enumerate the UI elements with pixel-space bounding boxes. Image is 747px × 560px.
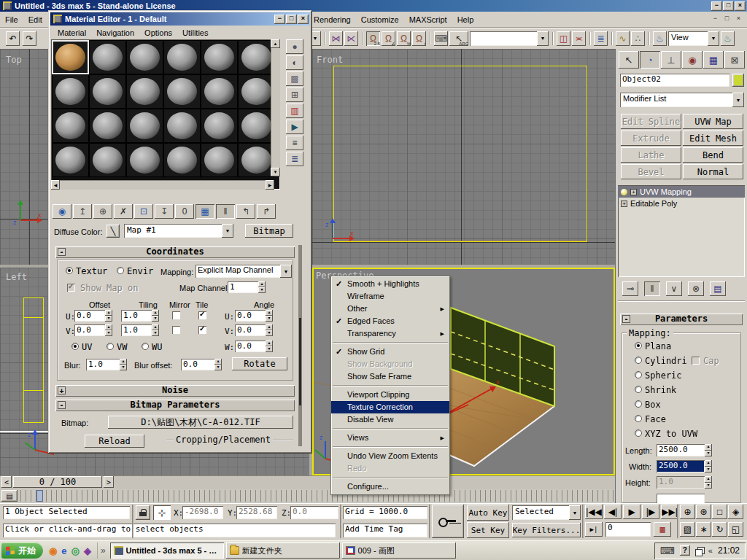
menu-navigation[interactable]: Navigation bbox=[91, 26, 139, 39]
layer-manager-icon[interactable]: ≣ bbox=[594, 31, 608, 46]
absolute-mode-transform-icon[interactable]: ⊹ bbox=[153, 505, 171, 520]
tab-motion[interactable]: ◉ bbox=[682, 51, 703, 69]
collapse-tray-icon[interactable]: « bbox=[708, 546, 713, 555]
set-keys-button[interactable] bbox=[432, 505, 464, 538]
zoom-icon[interactable]: ⊕ bbox=[680, 505, 695, 519]
mapping-radio-plana[interactable] bbox=[635, 342, 642, 349]
spinner[interactable]: ▴▾ bbox=[705, 476, 712, 489]
viewport-label-left[interactable]: Left bbox=[6, 272, 27, 282]
set-key-button[interactable]: Set Key bbox=[467, 522, 509, 538]
bitmap-parameters-rollout-header[interactable]: - Bitmap Parameters bbox=[55, 400, 295, 411]
collapse-icon[interactable]: - bbox=[58, 248, 66, 256]
expand-icon[interactable]: + bbox=[630, 189, 637, 195]
make-preview-icon[interactable]: ▶ bbox=[286, 120, 303, 134]
menu-help[interactable]: Help bbox=[452, 13, 479, 26]
tiling-v-value[interactable]: 1.0 bbox=[121, 324, 152, 336]
put-to-scene-icon[interactable]: ↥ bbox=[73, 204, 92, 219]
tab-hierarchy[interactable]: ⊥ bbox=[661, 51, 681, 69]
backlight-icon[interactable]: ◐ bbox=[286, 55, 303, 70]
material-sample-slot[interactable] bbox=[201, 143, 238, 177]
spinner-down-icon[interactable]: ▾ bbox=[705, 451, 712, 457]
collapse-icon[interactable]: - bbox=[622, 315, 630, 323]
length-value[interactable]: 2500.0 bbox=[657, 444, 705, 456]
expand-icon[interactable]: + bbox=[58, 386, 66, 394]
tab-create[interactable]: ↖ bbox=[619, 51, 639, 69]
offset-u-spinner[interactable]: 0.0▴▾ bbox=[74, 310, 112, 322]
tiling-v-spinner[interactable]: 1.0▴▾ bbox=[121, 324, 159, 336]
menu-material[interactable]: Material bbox=[53, 26, 91, 39]
menu-utilities[interactable]: Utilities bbox=[177, 26, 213, 39]
viewport-front[interactable]: Front zx bbox=[312, 49, 615, 265]
material-sample-slot[interactable] bbox=[163, 143, 201, 177]
minimize-button[interactable]: − bbox=[274, 15, 285, 24]
zoom-extents-icon[interactable]: □ bbox=[712, 505, 727, 519]
mirror-u-checkbox[interactable] bbox=[172, 311, 180, 319]
image-viewer-icon[interactable]: ◈ bbox=[84, 545, 91, 556]
spinner-up-icon[interactable]: ▴ bbox=[105, 324, 112, 330]
spinner-up-icon[interactable]: ▴ bbox=[105, 310, 112, 316]
material-sample-slot[interactable] bbox=[238, 143, 275, 177]
render-scene-icon[interactable]: ♨ bbox=[653, 31, 667, 46]
material-sample-slot[interactable] bbox=[52, 109, 89, 143]
assign-to-selection-icon[interactable]: ⊕ bbox=[93, 204, 112, 219]
mdi-restore-icon[interactable]: □ bbox=[721, 15, 732, 24]
material-sample-slot[interactable] bbox=[201, 74, 238, 109]
spinner-down-icon[interactable]: ▾ bbox=[105, 330, 112, 336]
mdi-minimize-icon[interactable]: − bbox=[710, 15, 721, 24]
angle-w-spinner[interactable]: 0.0▴▾ bbox=[235, 341, 273, 352]
collapse-icon[interactable]: - bbox=[58, 401, 66, 409]
unlink-selection-icon[interactable]: ⋉ bbox=[344, 31, 358, 46]
scroll-down-icon[interactable]: ▼ bbox=[271, 168, 280, 176]
show-map-checkbox[interactable] bbox=[67, 284, 75, 292]
spinner-up-icon[interactable]: ▴ bbox=[266, 341, 273, 346]
help-tray-icon[interactable]: ? bbox=[680, 545, 690, 556]
menu-edit[interactable]: Edit bbox=[23, 13, 47, 26]
rotate-button[interactable]: Rotate bbox=[232, 357, 287, 370]
spinner-down-icon[interactable]: ▾ bbox=[152, 330, 159, 336]
stack-item-uvw-mapping[interactable]: +UVW Mapping bbox=[618, 186, 745, 198]
spinner[interactable]: ▴▾ bbox=[705, 444, 712, 456]
height-value[interactable]: 1.0 bbox=[657, 476, 705, 489]
map-channel-spinner[interactable]: 1▴▾ bbox=[228, 281, 266, 293]
angle-snap-icon[interactable]: Ω∠ bbox=[382, 31, 395, 46]
eyedropper-icon[interactable]: ╲ bbox=[107, 225, 120, 238]
next-frame-arrow[interactable]: > bbox=[104, 476, 114, 488]
scroll-right-icon[interactable]: ▶ bbox=[266, 180, 274, 190]
menu-file[interactable]: File bbox=[0, 13, 23, 26]
x-coordinate-field[interactable]: -2698.0 bbox=[182, 506, 223, 519]
select-and-link-icon[interactable]: ⋈ bbox=[329, 31, 343, 46]
offset-u-value[interactable]: 0.0 bbox=[74, 310, 105, 322]
spinner[interactable]: ▴▾ bbox=[266, 341, 273, 352]
min-max-toggle-icon[interactable]: ◱ bbox=[728, 522, 743, 537]
next-frame-icon[interactable]: |▶ bbox=[642, 505, 659, 519]
angle-u-spinner[interactable]: 0.0▴▾ bbox=[235, 310, 273, 322]
sample-type-icon[interactable]: ● bbox=[286, 39, 303, 54]
menu-maxscript[interactable]: MAXScript bbox=[404, 13, 452, 26]
viewport-label-front[interactable]: Front bbox=[317, 55, 343, 65]
texture-radio[interactable] bbox=[66, 267, 73, 274]
mapping-radio-face[interactable] bbox=[635, 415, 642, 422]
material-sample-slot[interactable] bbox=[126, 40, 163, 74]
material-sample-slot[interactable] bbox=[89, 40, 126, 74]
mapping-radio-spheric[interactable] bbox=[635, 371, 642, 378]
uv-radio[interactable] bbox=[71, 343, 79, 350]
close-button[interactable]: × bbox=[735, 1, 746, 11]
mirror-icon[interactable]: ◫ bbox=[557, 31, 570, 46]
blur-value[interactable]: 1.0 bbox=[86, 359, 120, 370]
angle-v-value[interactable]: 0.0 bbox=[235, 324, 266, 336]
context-menu-item-other[interactable]: Other bbox=[331, 303, 449, 315]
taskbar-task-[interactable]: 新建文件夹 bbox=[226, 542, 340, 559]
material-sample-slot[interactable] bbox=[89, 109, 126, 143]
z-coordinate-field[interactable]: 0.0 bbox=[290, 506, 338, 519]
spinner-up-icon[interactable]: ▴ bbox=[152, 310, 159, 316]
display-settings-icon[interactable] bbox=[695, 547, 703, 555]
context-menu-item-transparency[interactable]: Transparency bbox=[331, 327, 449, 340]
spinner[interactable]: ▴▾ bbox=[214, 359, 222, 370]
show-end-result-icon[interactable]: ‖ bbox=[216, 204, 235, 219]
region-zoom-icon[interactable]: ▧ bbox=[680, 522, 695, 537]
material-sample-slot[interactable] bbox=[52, 40, 89, 74]
pin-stack-icon[interactable]: ⊸ bbox=[622, 281, 638, 296]
material-sample-slot[interactable] bbox=[238, 40, 275, 74]
mapping-dropdown[interactable]: Explicit Map Channel ▼ bbox=[196, 265, 292, 278]
named-selection-dropdown[interactable]: ▼ bbox=[470, 31, 549, 46]
